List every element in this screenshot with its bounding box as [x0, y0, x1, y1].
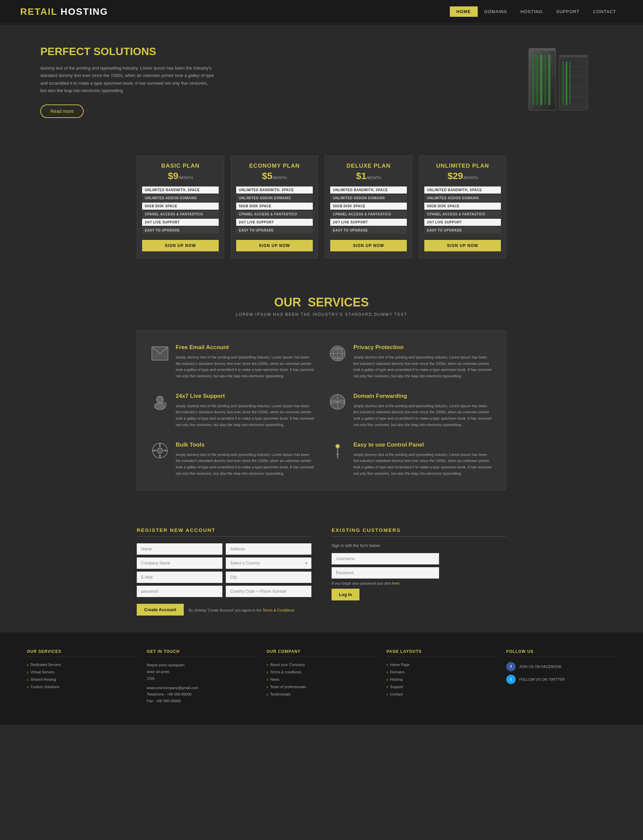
- footer-services-col: OUR SERVICES Dedicated Servers Virtual S…: [27, 649, 137, 705]
- plans-section: BASIC PLAN $9/MONTH UNLIMITED BANDWITH, …: [0, 139, 643, 275]
- password-input[interactable]: [137, 586, 222, 597]
- phone-input[interactable]: [226, 586, 312, 597]
- plan-feature-1-4: 24/7 LIVE SUPPORT: [236, 219, 313, 226]
- footer-testimonials[interactable]: Testimonials: [267, 692, 377, 697]
- footer-link-custom[interactable]: Custom Solutions: [27, 684, 137, 690]
- plan-feature-3-4: 24/7 LIVE SUPPORT: [424, 219, 501, 226]
- service-icon-control: [328, 442, 347, 460]
- svg-rect-3: [536, 55, 538, 105]
- twitter-icon: t: [506, 675, 516, 684]
- nav-home[interactable]: HOME: [450, 7, 478, 17]
- footer-company-col: OUR COMPANY About your Company Terms & c…: [267, 649, 377, 705]
- signup-button-1[interactable]: SIGN UP NOW: [236, 240, 313, 251]
- plan-feature-0-3: CPANEL ACCESS & FANTASTICO: [142, 211, 219, 218]
- register-new-account: REGISTER NEW ACCOUNT Select a Country Un…: [137, 527, 312, 615]
- read-more-button[interactable]: Read more: [40, 104, 84, 118]
- footer-services-title: OUR SERVICES: [27, 649, 137, 657]
- city-input[interactable]: [226, 571, 312, 583]
- nav-contact[interactable]: CONTACT: [586, 7, 623, 17]
- email-input[interactable]: [137, 571, 222, 583]
- services-box: Free Email Account simply dummy text of …: [137, 330, 506, 490]
- services-title-white: SERVICES: [308, 295, 369, 309]
- address-input[interactable]: [226, 543, 312, 555]
- facebook-button[interactable]: f JOIN US ON FACEBOOK: [506, 662, 616, 671]
- plan-feature-2-5: EASY TO UPGRADE: [330, 227, 407, 234]
- footer-contact-link[interactable]: Contact: [386, 692, 496, 697]
- footer-link-virtual[interactable]: Virtual Servers: [27, 669, 137, 675]
- server-illustration: [525, 46, 592, 117]
- svg-rect-37: [152, 450, 157, 451]
- plan-price-2: $1/MONTH: [330, 171, 407, 181]
- footer-news[interactable]: News: [267, 677, 377, 682]
- country-select[interactable]: Select a Country United States United Ki…: [226, 558, 312, 569]
- signup-button-0[interactable]: SIGN UP NOW: [142, 240, 219, 251]
- header: RETAIL HOSTING HOME DOMAINS HOSTING SUPP…: [0, 0, 643, 23]
- service-item-5: Easy to use Control Panel simply dummy t…: [328, 442, 493, 477]
- nav-support[interactable]: SUPPORT: [550, 7, 587, 17]
- plan-feature-3-3: CPANEL ACCESS & FANTASTICO: [424, 211, 501, 218]
- service-title-4: Bulk Tools: [176, 442, 315, 448]
- username-input[interactable]: [331, 553, 439, 564]
- service-desc-1: simply dummy text of the printing and ty…: [353, 354, 493, 379]
- name-input[interactable]: [137, 543, 222, 555]
- service-icon-support: [150, 393, 169, 411]
- footer-home-page[interactable]: Home Page: [386, 662, 496, 667]
- country-wrapper: Select a Country United States United Ki…: [226, 558, 312, 569]
- hero-image: [515, 45, 603, 119]
- footer-contact-info: Neque porro quisquam,dolor sit amet,USA.…: [147, 662, 257, 705]
- footer-terms[interactable]: Terms & conditions: [267, 669, 377, 675]
- service-title-2: 24x7 Live Support: [176, 393, 315, 400]
- twitter-button[interactable]: t FOLLOW US ON TWITTER: [506, 675, 616, 684]
- service-desc-5: simply dummy text of the printing and ty…: [353, 452, 493, 477]
- svg-rect-21: [559, 55, 588, 57]
- footer-team[interactable]: Team of professionals: [267, 684, 377, 690]
- footer-company-title: OUR COMPANY: [267, 649, 377, 657]
- footer-link-shared[interactable]: Shared Hosting: [27, 677, 137, 682]
- existing-title: EXISTING CUSTOMERS: [331, 527, 506, 537]
- footer-hosting-link[interactable]: Hosting: [386, 677, 496, 682]
- footer-follow-col: FOLLOW US f JOIN US ON FACEBOOK t FOLLOW…: [506, 649, 616, 705]
- plan-feature-2-1: UNLIMITED ADDON DOMAINS: [330, 194, 407, 202]
- plan-feature-1-2: 50GB DISK SPACE: [236, 202, 313, 210]
- logo: RETAIL HOSTING: [20, 7, 108, 17]
- footer: OUR SERVICES Dedicated Servers Virtual S…: [0, 632, 643, 725]
- footer-email: www.yourcompany@gmail.com: [147, 685, 257, 692]
- forgot-link[interactable]: here: [392, 581, 400, 585]
- hero-title-white: SOLUTIONS: [93, 46, 156, 57]
- nav-hosting[interactable]: HOSTING: [514, 7, 549, 17]
- svg-rect-4: [540, 55, 542, 105]
- login-button[interactable]: Log In: [331, 589, 359, 600]
- facebook-icon: f: [506, 662, 516, 671]
- service-desc-0: simply dummy text of the printing and ty…: [176, 354, 315, 379]
- plan-feature-2-4: 24/7 LIVE SUPPORT: [330, 219, 407, 226]
- footer-link-dedicated[interactable]: Dedicated Servers: [27, 662, 137, 667]
- existing-desc: Sign in with the form below.: [331, 543, 506, 548]
- signup-button-2[interactable]: SIGN UP NOW: [330, 240, 407, 251]
- footer-support-link[interactable]: Support: [386, 684, 496, 690]
- footer-about[interactable]: About your Company: [267, 662, 377, 667]
- plan-feature-0-2: 50GB DISK SPACE: [142, 202, 219, 210]
- service-desc-3: simply dummy text of the printing and ty…: [353, 403, 493, 428]
- company-input[interactable]: [137, 558, 222, 569]
- svg-point-39: [336, 444, 339, 448]
- service-icon-privacy: [328, 344, 347, 362]
- password2-input[interactable]: [331, 567, 439, 579]
- plan-feature-3-5: EASY TO UPGRADE: [424, 227, 501, 234]
- hero-text: PERFECT SOLUTIONS dummy text of the prin…: [40, 46, 215, 117]
- nav: HOME DOMAINS HOSTING SUPPORT CONTACT: [450, 7, 623, 17]
- nav-domains[interactable]: DOMAINS: [478, 7, 514, 17]
- terms-link[interactable]: Terms & Conditions: [263, 608, 294, 612]
- svg-point-29: [162, 402, 166, 406]
- create-row: Create Account By clicking 'Create Accou…: [137, 600, 312, 615]
- footer-domains-link[interactable]: Domains: [386, 669, 496, 675]
- hero-title: PERFECT SOLUTIONS: [40, 46, 215, 58]
- service-title-1: Privacy Protection: [353, 344, 493, 351]
- services-subtitle: LOREM IPSUM HAS BEEN THE INDUSTRY'S STAN…: [20, 312, 623, 317]
- email-city-row: [137, 571, 312, 583]
- plan-period-1: /MONTH: [273, 176, 287, 180]
- plan-feature-0-1: UNLIMITED ADDON DOMAINS: [142, 194, 219, 202]
- signup-button-3[interactable]: SIGN UP NOW: [424, 240, 501, 251]
- plan-period-3: /MONTH: [463, 176, 478, 180]
- password-phone-row: [137, 586, 312, 597]
- create-account-button[interactable]: Create Account: [137, 604, 184, 615]
